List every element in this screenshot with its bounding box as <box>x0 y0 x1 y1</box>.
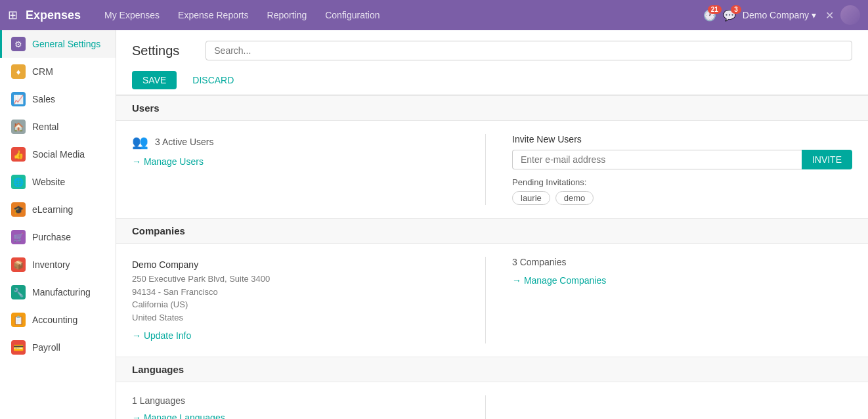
sidebar-label-elearning: eLearning <box>32 204 73 215</box>
sidebar-item-manufacturing[interactable]: 🔧Manufacturing <box>0 278 116 306</box>
users-left: 👥 3 Active Users → Manage Users <box>132 134 486 205</box>
companies-count: 3 Companies <box>512 257 852 267</box>
messages-count: 3 <box>731 5 741 14</box>
sidebar-item-payroll[interactable]: 💳Payroll <box>0 334 116 361</box>
company-name: Demo Company <box>743 10 809 20</box>
sidebar-label-purchase: Purchase <box>32 232 71 242</box>
inventory-icon: 📦 <box>11 257 26 272</box>
manufacturing-icon: 🔧 <box>11 285 26 299</box>
pending-label: Pending Invitations: <box>512 177 852 187</box>
accounting-icon: 📋 <box>11 313 26 327</box>
companies-section-body: Demo Company 250 Executive Park Blvd, Su… <box>116 244 868 357</box>
sidebar-item-sales[interactable]: 📈Sales <box>0 85 116 113</box>
users-group-icon: 👥 <box>132 134 148 150</box>
company-name: Demo Company <box>132 259 472 270</box>
nav-configuration[interactable]: Configuration <box>317 6 387 24</box>
users-section: Users 👥 3 Active Users → Manage Users In… <box>116 95 868 218</box>
sidebar-item-inventory[interactable]: 📦Inventory <box>0 251 116 278</box>
app-brand: Expenses <box>26 9 81 22</box>
sidebar-label-manufacturing: Manufacturing <box>32 287 91 298</box>
company-address: 250 Executive Park Blvd, Suite 3400 9413… <box>132 273 472 324</box>
close-icon[interactable]: ✕ <box>825 9 834 22</box>
sidebar-label-crm: CRM <box>32 66 53 77</box>
languages-section-header: Languages <box>116 357 868 382</box>
general-settings-icon: ⚙ <box>11 37 26 51</box>
page-title: Settings <box>132 43 179 58</box>
sidebar-item-general-settings[interactable]: ⚙General Settings <box>0 30 116 58</box>
address-line1: 250 Executive Park Blvd, Suite 3400 <box>132 274 270 284</box>
users-section-header: Users <box>116 95 868 121</box>
avatar[interactable] <box>840 5 860 25</box>
pending-tag-demo: demo <box>555 191 594 205</box>
manage-languages-link[interactable]: → Manage Languages <box>132 412 472 419</box>
sidebar-label-inventory: Inventory <box>32 259 70 270</box>
navbar-menu: My Expenses Expense Reports Reporting Co… <box>97 6 703 24</box>
settings-header: Settings <box>116 30 868 66</box>
update-info-link[interactable]: → Update Info <box>132 330 472 341</box>
invite-button[interactable]: INVITE <box>802 150 852 169</box>
nav-my-expenses[interactable]: My Expenses <box>97 6 167 24</box>
languages-right <box>486 395 852 419</box>
crm-icon: ♦ <box>11 64 26 79</box>
grid-icon[interactable]: ⊞ <box>8 8 18 22</box>
email-input[interactable] <box>512 150 802 169</box>
sidebar-label-sales: Sales <box>32 94 55 104</box>
sidebar-item-purchase[interactable]: 🛒Purchase <box>0 223 116 251</box>
payroll-icon: 💳 <box>11 340 26 355</box>
sidebar-item-elearning[interactable]: 🎓eLearning <box>0 196 116 223</box>
languages-section-body: 1 Languages → Manage Languages <box>116 382 868 419</box>
sales-icon: 📈 <box>11 92 26 106</box>
sidebar-label-rental: Rental <box>32 121 58 132</box>
main-content: Settings SAVE DISCARD Users 👥 3 Active U… <box>116 30 868 419</box>
elearning-icon: 🎓 <box>11 202 26 217</box>
sidebar-label-payroll: Payroll <box>32 342 60 353</box>
company-info: Demo Company 250 Executive Park Blvd, Su… <box>132 257 472 343</box>
address-line3: California (US) <box>132 299 188 309</box>
discard-button[interactable]: DISCARD <box>182 71 244 89</box>
manage-companies-link[interactable]: → Manage Companies <box>512 275 852 286</box>
address-line4: United States <box>132 313 183 322</box>
users-right: Invite New Users INVITE Pending Invitati… <box>486 134 852 205</box>
pending-tag-laurie: laurie <box>512 191 550 205</box>
purchase-icon: 🛒 <box>11 230 26 244</box>
chevron-down-icon: ▾ <box>812 10 816 20</box>
companies-right: 3 Companies → Manage Companies <box>486 257 852 343</box>
save-button[interactable]: SAVE <box>132 71 177 89</box>
languages-section: Languages 1 Languages → Manage Languages <box>116 357 868 419</box>
social-media-icon: 👍 <box>11 147 26 162</box>
invite-title: Invite New Users <box>512 134 852 144</box>
sidebar-item-accounting[interactable]: 📋Accounting <box>0 306 116 334</box>
nav-reporting[interactable]: Reporting <box>259 6 315 24</box>
sidebar-label-general-settings: General Settings <box>32 39 100 49</box>
active-users-count: 3 Active Users <box>155 137 213 147</box>
pending-tags: lauriedemo <box>512 191 852 205</box>
address-line2: 94134 - San Francisco <box>132 287 218 297</box>
manage-users-link[interactable]: → Manage Users <box>132 156 472 167</box>
user-count-row: 👥 3 Active Users <box>132 134 472 150</box>
languages-left: 1 Languages → Manage Languages <box>132 395 486 419</box>
companies-left: Demo Company 250 Executive Park Blvd, Su… <box>132 257 486 343</box>
sidebar: ⚙General Settings♦CRM📈Sales🏠Rental👍Socia… <box>0 30 116 419</box>
invite-row: INVITE <box>512 150 852 169</box>
messages-badge[interactable]: 💬 3 <box>723 9 736 22</box>
lang-count: 1 Languages <box>132 395 472 406</box>
sidebar-label-accounting: Accounting <box>32 315 77 325</box>
sidebar-label-social-media: Social Media <box>32 149 85 160</box>
website-icon: 🌐 <box>11 175 26 189</box>
activity-count: 21 <box>708 5 722 14</box>
sidebar-item-social-media[interactable]: 👍Social Media <box>0 141 116 168</box>
company-selector[interactable]: Demo Company ▾ <box>743 10 816 20</box>
rental-icon: 🏠 <box>11 120 26 134</box>
action-bar: SAVE DISCARD <box>116 66 868 95</box>
users-section-body: 👥 3 Active Users → Manage Users Invite N… <box>116 121 868 218</box>
activity-badge[interactable]: 🕐 21 <box>703 9 716 22</box>
sidebar-label-website: Website <box>32 177 65 187</box>
nav-expense-reports[interactable]: Expense Reports <box>170 6 256 24</box>
sidebar-item-website[interactable]: 🌐Website <box>0 168 116 196</box>
companies-section-header: Companies <box>116 218 868 244</box>
page-wrap: ⚙General Settings♦CRM📈Sales🏠Rental👍Socia… <box>0 30 868 419</box>
sidebar-item-rental[interactable]: 🏠Rental <box>0 113 116 141</box>
settings-search[interactable] <box>206 41 852 60</box>
companies-section: Companies Demo Company 250 Executive Par… <box>116 218 868 357</box>
sidebar-item-crm[interactable]: ♦CRM <box>0 58 116 85</box>
